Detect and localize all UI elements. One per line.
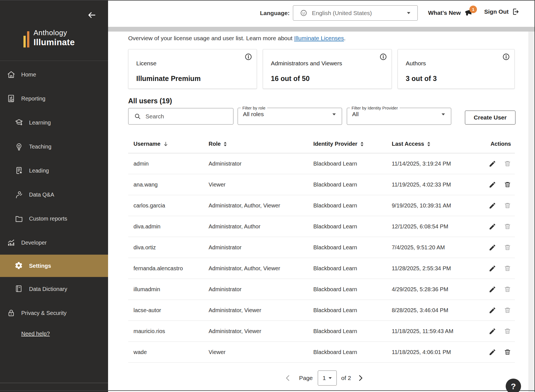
sidebar-item-data-q-a[interactable]: Data Q&A (0, 183, 108, 207)
logo-bar-yellow (23, 36, 26, 47)
cell-last-access: 7/4/2025, 9:51:20 AM (392, 244, 484, 251)
cell-username: diva.admin (128, 223, 209, 230)
cell-username: illumadmin (128, 286, 209, 293)
info-icon[interactable] (502, 53, 510, 61)
cell-identity-provider: Blackboard Learn (313, 223, 392, 230)
edit-user-button[interactable] (489, 306, 497, 314)
vertical-scrollbar[interactable] (528, 32, 534, 392)
table-row: wadeViewerBlackboard Learn11/18/2025, 4:… (128, 342, 515, 363)
trash-icon (504, 265, 512, 272)
sidebar-item-privacy-security[interactable]: Privacy & Security (0, 301, 108, 325)
previous-page-button[interactable] (284, 374, 292, 382)
create-user-button[interactable]: Create User (465, 111, 515, 125)
cell-username: ana.wang (128, 181, 209, 188)
delete-user-button[interactable] (504, 306, 512, 314)
filter-role-value: All roles (243, 111, 264, 118)
edit-user-button[interactable] (489, 348, 497, 356)
edit-user-button[interactable] (489, 285, 497, 293)
collapse-sidebar-button[interactable] (87, 9, 98, 21)
sidebar-item-learning[interactable]: Learning (0, 111, 108, 135)
sidebar-item-leading[interactable]: Leading (0, 159, 108, 183)
sidebar-item-settings[interactable]: Settings (0, 255, 108, 277)
column-header-identity-provider[interactable]: Identity Provider (313, 141, 392, 147)
sidebar-item-teaching[interactable]: Teaching (0, 135, 108, 159)
sign-out-label: Sign Out (484, 8, 509, 15)
edit-user-button[interactable] (489, 327, 497, 335)
search-input[interactable] (145, 113, 218, 120)
search-field (128, 108, 233, 125)
edit-user-button[interactable] (489, 222, 497, 231)
column-header-last-access[interactable]: Last Access (392, 141, 484, 147)
delete-user-button[interactable] (504, 243, 512, 252)
illuminate-licenses-link[interactable]: Illuminate Licenses (294, 35, 344, 41)
sort-both-icon (223, 142, 227, 147)
reporting-icon (7, 94, 16, 103)
cell-username: admin (128, 161, 209, 167)
delete-user-button[interactable] (504, 159, 512, 168)
user-table-body: adminAdministratorBlackboard Learn11/14/… (128, 153, 515, 363)
help-button[interactable]: ? (506, 379, 521, 392)
settings-icon (15, 261, 23, 270)
edit-user-button[interactable] (489, 180, 497, 189)
delete-user-button[interactable] (504, 222, 512, 231)
authors-card-value: 3 out of 3 (406, 75, 437, 83)
edit-user-button[interactable] (489, 201, 497, 210)
learning-icon (15, 118, 23, 127)
sign-out-button[interactable]: Sign Out (484, 8, 519, 16)
delete-user-button[interactable] (504, 327, 512, 335)
need-help-link[interactable]: Need help? (21, 331, 50, 337)
cell-identity-provider: Blackboard Learn (313, 349, 392, 355)
sidebar-item-developer[interactable]: Developer (0, 231, 108, 255)
sidebar-item-data-dictionary[interactable]: Data Dictionary (0, 277, 108, 301)
filter-by-role-dropdown[interactable]: Filter by role All roles (238, 106, 342, 125)
sign-out-icon (512, 8, 519, 16)
cell-identity-provider: Blackboard Learn (313, 286, 392, 293)
sidebar-item-reporting[interactable]: Reporting (0, 87, 108, 111)
whats-new-button[interactable]: What’s New 1 (428, 8, 474, 18)
edit-icon (489, 223, 497, 230)
page-number-dropdown[interactable]: 1 (318, 371, 337, 386)
cell-username: wade (128, 349, 209, 355)
edit-user-button[interactable] (489, 159, 497, 168)
edit-user-button[interactable] (489, 264, 497, 273)
trash-icon (504, 160, 512, 168)
window-bottom-edge (0, 390, 535, 391)
whats-new-badge: 1 (469, 6, 477, 13)
language-dropdown[interactable]: English (United States) (293, 5, 418, 21)
all-users-heading: All users (19) (128, 97, 172, 105)
page-count-label: of 2 (341, 375, 351, 381)
chevron-down-icon (407, 12, 411, 14)
trash-icon (504, 348, 512, 356)
back-arrow-icon (87, 11, 98, 20)
edit-user-button[interactable] (489, 243, 497, 252)
column-header-role[interactable]: Role (209, 141, 313, 147)
table-row: adminAdministratorBlackboard Learn11/14/… (128, 153, 515, 174)
info-icon[interactable] (245, 53, 252, 61)
column-header-username[interactable]: Username (128, 141, 209, 147)
delete-user-button[interactable] (504, 285, 512, 293)
column-header-actions: Actions (484, 141, 515, 147)
license-card-value: Illuminate Premium (136, 75, 201, 83)
edit-icon (489, 202, 497, 209)
sidebar-bottom-divider (0, 383, 108, 383)
cell-last-access: 11/18/2025, 11:59:43 AM (392, 328, 484, 334)
edit-icon (489, 286, 497, 293)
chevron-down-icon (332, 113, 336, 116)
cell-role: Administrator, Author, Viewer (209, 265, 313, 272)
delete-user-button[interactable] (504, 180, 512, 189)
cell-last-access: 11/19/2025, 4:02:33 PM (392, 181, 484, 188)
cell-identity-provider: Blackboard Learn (313, 161, 392, 167)
overview-text: Overview of your license usage and user … (128, 35, 346, 42)
sidebar-item-custom-reports[interactable]: Custom reports (0, 207, 108, 231)
delete-user-button[interactable] (504, 348, 512, 356)
filter-by-idp-dropdown[interactable]: Filter by Identity Provider All (347, 106, 451, 125)
cell-role: Viewer (209, 349, 313, 355)
next-page-button[interactable] (357, 374, 365, 382)
cell-identity-provider: Blackboard Learn (313, 265, 392, 272)
sidebar-item-home[interactable]: Home (0, 63, 108, 87)
delete-user-button[interactable] (504, 264, 512, 273)
info-icon[interactable] (379, 53, 387, 61)
delete-user-button[interactable] (504, 201, 512, 210)
cell-actions (484, 306, 515, 314)
cell-identity-provider: Blackboard Learn (313, 202, 392, 209)
